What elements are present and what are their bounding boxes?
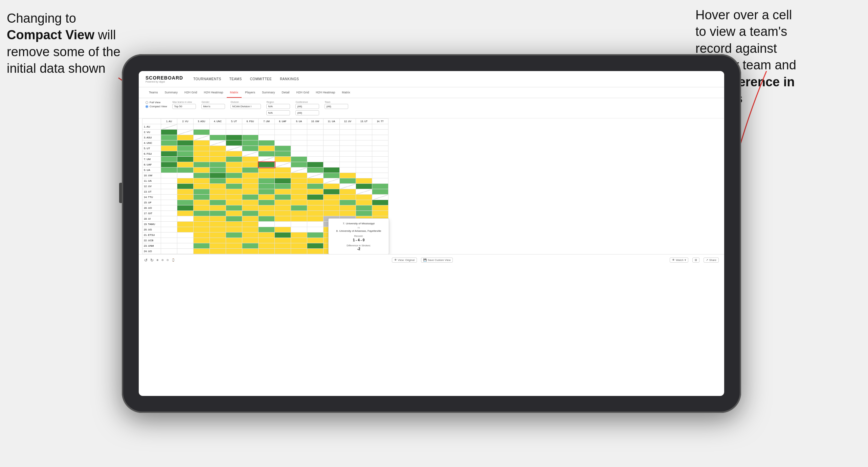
- cell[interactable]: [259, 195, 275, 200]
- cell[interactable]: [226, 168, 242, 173]
- cell[interactable]: [226, 205, 242, 211]
- cell[interactable]: [291, 211, 307, 216]
- cell[interactable]: [161, 232, 177, 238]
- cell[interactable]: [324, 162, 340, 168]
- cell[interactable]: [161, 249, 177, 254]
- subnav-detail[interactable]: Detail: [279, 87, 293, 98]
- cell[interactable]: [161, 151, 177, 157]
- cell[interactable]: [291, 157, 307, 162]
- cell[interactable]: [242, 124, 259, 130]
- cell[interactable]: [275, 140, 291, 146]
- cell[interactable]: [226, 200, 242, 205]
- redo-button[interactable]: ↻: [150, 258, 154, 263]
- cell[interactable]: [372, 178, 388, 184]
- cell[interactable]: [226, 232, 242, 238]
- cell[interactable]: [340, 157, 356, 162]
- cell[interactable]: [161, 205, 177, 211]
- cell[interactable]: [356, 211, 372, 216]
- cell[interactable]: [177, 189, 194, 195]
- cell[interactable]: [194, 189, 210, 195]
- cell[interactable]: [242, 189, 259, 195]
- cell[interactable]: [259, 205, 275, 211]
- cell[interactable]: [194, 146, 210, 151]
- cell[interactable]: [291, 140, 307, 146]
- cell[interactable]: [242, 232, 259, 238]
- cell[interactable]: [161, 195, 177, 200]
- cell[interactable]: [177, 200, 194, 205]
- cell[interactable]: [226, 238, 242, 243]
- cell[interactable]: [372, 184, 388, 189]
- nav-teams[interactable]: TEAMS: [229, 77, 242, 81]
- cell[interactable]: [324, 157, 340, 162]
- cell[interactable]: [340, 200, 356, 205]
- cell[interactable]: [194, 151, 210, 157]
- cell[interactable]: [372, 205, 388, 211]
- cell[interactable]: [177, 195, 194, 200]
- cell[interactable]: [291, 189, 307, 195]
- cell[interactable]: [210, 130, 226, 135]
- cell[interactable]: [161, 135, 177, 140]
- cell[interactable]: [307, 124, 324, 130]
- division-select[interactable]: NCAA Division I: [230, 104, 261, 109]
- cell[interactable]: [356, 168, 372, 173]
- cell[interactable]: [307, 243, 324, 249]
- radio-full-view[interactable]: Full View: [146, 101, 167, 104]
- cell[interactable]: [307, 200, 324, 205]
- cell[interactable]: [210, 162, 226, 168]
- toolbar-icon1[interactable]: ⊕: [156, 259, 159, 262]
- cell[interactable]: [194, 124, 210, 130]
- cell[interactable]: [210, 216, 226, 222]
- cell[interactable]: [291, 178, 307, 184]
- cell[interactable]: [259, 146, 275, 151]
- toolbar-icon2[interactable]: ⊖: [161, 259, 164, 262]
- max-teams-select[interactable]: Top 50: [172, 104, 196, 109]
- cell[interactable]: [356, 195, 372, 200]
- cell[interactable]: [226, 189, 242, 195]
- cell[interactable]: [177, 162, 194, 168]
- cell[interactable]: [291, 222, 307, 227]
- cell[interactable]: [259, 135, 275, 140]
- cell[interactable]: [161, 162, 177, 168]
- cell[interactable]: [340, 211, 356, 216]
- cell[interactable]: [340, 168, 356, 173]
- radio-compact-view[interactable]: Compact View: [146, 105, 167, 108]
- share-button[interactable]: ↗ Share: [704, 258, 719, 263]
- cell[interactable]: [372, 168, 388, 173]
- cell[interactable]: [226, 227, 242, 232]
- cell[interactable]: [210, 238, 226, 243]
- cell[interactable]: [307, 162, 324, 168]
- cell[interactable]: [259, 157, 275, 162]
- cell[interactable]: [161, 238, 177, 243]
- cell[interactable]: [291, 168, 307, 173]
- cell[interactable]: [275, 227, 291, 232]
- cell[interactable]: [259, 124, 275, 130]
- cell[interactable]: [324, 211, 340, 216]
- subnav-h2h-heatmap2[interactable]: H2H Heatmap: [312, 87, 338, 98]
- cell[interactable]: [259, 243, 275, 249]
- cell[interactable]: [340, 173, 356, 178]
- cell[interactable]: [259, 178, 275, 184]
- cell[interactable]: [372, 146, 388, 151]
- cell[interactable]: [291, 151, 307, 157]
- cell[interactable]: [275, 135, 291, 140]
- cell[interactable]: [307, 195, 324, 200]
- cell[interactable]: [194, 227, 210, 232]
- cell[interactable]: [210, 135, 226, 140]
- cell[interactable]: [194, 195, 210, 200]
- cell[interactable]: [194, 130, 210, 135]
- cell[interactable]: [161, 173, 177, 178]
- cell[interactable]: [259, 130, 275, 135]
- cell[interactable]: [210, 146, 226, 151]
- cell[interactable]: [340, 130, 356, 135]
- cell[interactable]: [242, 130, 259, 135]
- cell[interactable]: [356, 157, 372, 162]
- cell[interactable]: [177, 249, 194, 254]
- cell[interactable]: [307, 184, 324, 189]
- cell[interactable]: [242, 162, 259, 168]
- cell[interactable]: [161, 189, 177, 195]
- cell[interactable]: [226, 151, 242, 157]
- cell[interactable]: [356, 200, 372, 205]
- cell[interactable]: [210, 227, 226, 232]
- cell[interactable]: [372, 124, 388, 130]
- cell[interactable]: [194, 162, 210, 168]
